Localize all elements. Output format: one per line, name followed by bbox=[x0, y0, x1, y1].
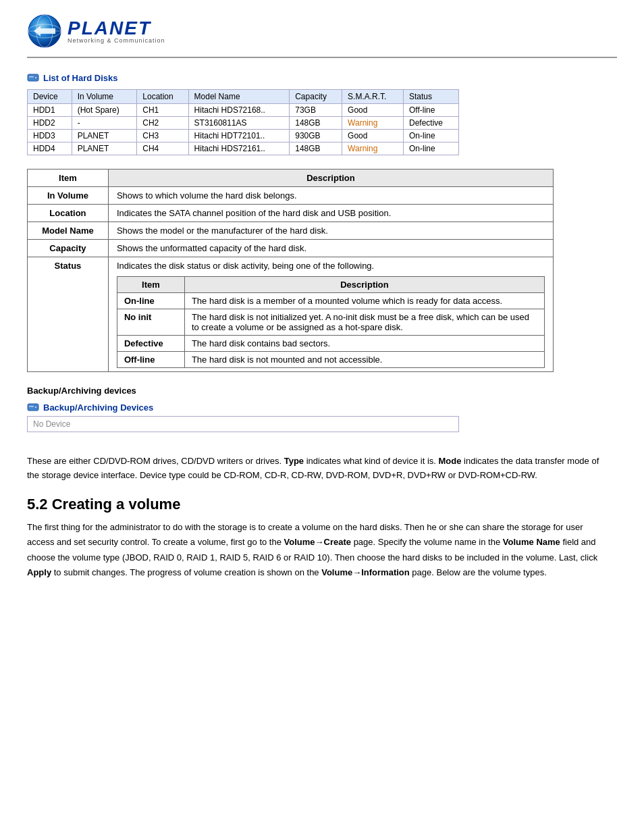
globe-icon bbox=[27, 14, 62, 49]
hdd-smart: Warning bbox=[342, 117, 404, 130]
hdd-status: On-line bbox=[403, 130, 458, 142]
section-52-body: The first thing for the administrator to… bbox=[27, 520, 608, 579]
hdd-device: HDD1 bbox=[28, 104, 72, 117]
hdd-status: Defective bbox=[403, 117, 458, 130]
hdd-device: HDD4 bbox=[28, 142, 72, 155]
backup-description: These are either CD/DVD-ROM drives, CD/D… bbox=[27, 440, 608, 482]
hdd-model: Hitachi HDT72101.. bbox=[188, 130, 290, 142]
logo-text: PLANET Networking & Communication bbox=[68, 19, 165, 44]
backup-title: Backup/Archiving Devices bbox=[43, 402, 153, 413]
section-52: 5.2 Creating a volume The first thing fo… bbox=[27, 496, 617, 579]
status-inner-item: No init bbox=[117, 309, 184, 336]
hdd-status: On-line bbox=[403, 142, 458, 155]
hdd-in-volume: (Hot Spare) bbox=[72, 104, 137, 117]
desc-col-item: Item bbox=[28, 170, 109, 187]
hdd-device: HDD3 bbox=[28, 130, 72, 142]
col-in-volume: In Volume bbox=[72, 90, 137, 104]
header-divider bbox=[27, 57, 617, 58]
col-location: Location bbox=[137, 90, 188, 104]
desc-item-label: Location bbox=[28, 205, 109, 222]
desc-item-label: Model Name bbox=[28, 222, 109, 240]
status-inner-item: Defective bbox=[117, 336, 184, 352]
hdd-model: Hitachi HDS72168.. bbox=[188, 104, 290, 117]
desc-table: Item Description In Volume Shows to whic… bbox=[27, 169, 554, 372]
hdd-row-3: HDD3 PLANET CH3 Hitachi HDT72101.. 930GB… bbox=[28, 130, 459, 142]
desc-desc: Shows the unformatted capacity of the ha… bbox=[108, 240, 553, 257]
col-capacity: Capacity bbox=[290, 90, 342, 104]
status-inner-row: Defective The hard disk contains bad sec… bbox=[117, 336, 544, 352]
status-inner-table: Item Description On-line The hard disk i… bbox=[117, 276, 545, 368]
svg-rect-7 bbox=[29, 76, 34, 78]
hdd-smart: Good bbox=[342, 130, 404, 142]
hdd-status: Off-line bbox=[403, 104, 458, 117]
desc-item-label: Status bbox=[28, 257, 109, 372]
backup-section: Backup/Archiving devices Backup/Archivin… bbox=[27, 386, 617, 482]
desc-col-desc: Description bbox=[108, 170, 553, 187]
hdd-in-volume: PLANET bbox=[72, 142, 137, 155]
hdd-row-2: HDD2 - CH2 ST3160811AS 148GB Warning Def… bbox=[28, 117, 459, 130]
status-inner-desc: The hard disk is a member of a mounted v… bbox=[184, 293, 544, 309]
desc-row-2: Location Indicates the SATA channel posi… bbox=[28, 205, 554, 222]
hdd-location: CH1 bbox=[137, 104, 188, 117]
desc-row-4: Capacity Shows the unformatted capacity … bbox=[28, 240, 554, 257]
hdd-section-title: List of Hard Disks bbox=[43, 73, 118, 83]
status-inner-row: No init The hard disk is not initialized… bbox=[117, 309, 544, 336]
desc-desc: Indicates the SATA channel position of t… bbox=[108, 205, 553, 222]
status-inner-row: On-line The hard disk is a member of a m… bbox=[117, 293, 544, 309]
backup-heading: Backup/Archiving devices bbox=[27, 386, 617, 396]
col-smart: S.M.A.R.T. bbox=[342, 90, 404, 104]
header: PLANET Networking & Communication bbox=[27, 14, 617, 49]
hdd-in-volume: PLANET bbox=[72, 130, 137, 142]
no-device-label: No Device bbox=[33, 419, 70, 429]
inner-col-desc: Description bbox=[184, 277, 544, 293]
desc-desc: Indicates the disk status or disk activi… bbox=[108, 257, 553, 372]
hdd-capacity: 930GB bbox=[290, 130, 342, 142]
backup-icon bbox=[27, 401, 39, 413]
status-inner-desc: The hard disk is not mounted and not acc… bbox=[184, 352, 544, 368]
hdd-icon bbox=[27, 72, 39, 84]
hdd-location: CH3 bbox=[137, 130, 188, 142]
hdd-model: Hitachi HDS72161.. bbox=[188, 142, 290, 155]
desc-row-3: Model Name Shows the model or the manufa… bbox=[28, 222, 554, 240]
desc-item-label: Capacity bbox=[28, 240, 109, 257]
svg-point-6 bbox=[34, 76, 37, 79]
hdd-section-header: List of Hard Disks bbox=[27, 72, 617, 84]
hdd-smart: Good bbox=[342, 104, 404, 117]
desc-row-1: In Volume Shows to which volume the hard… bbox=[28, 187, 554, 205]
svg-rect-10 bbox=[29, 406, 34, 407]
logo-planet-label: PLANET bbox=[68, 19, 165, 38]
hdd-capacity: 73GB bbox=[290, 104, 342, 117]
desc-row-5: Status Indicates the disk status or disk… bbox=[28, 257, 554, 372]
hdd-row-4: HDD4 PLANET CH4 Hitachi HDS72161.. 148GB… bbox=[28, 142, 459, 155]
hdd-capacity: 148GB bbox=[290, 117, 342, 130]
hdd-model: ST3160811AS bbox=[188, 117, 290, 130]
hdd-table: Device In Volume Location Model Name Cap… bbox=[27, 89, 459, 155]
hdd-row-1: HDD1 (Hot Spare) CH1 Hitachi HDS72168.. … bbox=[28, 104, 459, 117]
hdd-location: CH2 bbox=[137, 117, 188, 130]
status-inner-desc: The hard disk is not initialized yet. A … bbox=[184, 309, 544, 336]
hdd-capacity: 148GB bbox=[290, 142, 342, 155]
backup-label: Backup/Archiving Devices bbox=[27, 401, 617, 413]
desc-desc: Shows to which volume the hard disk belo… bbox=[108, 187, 553, 205]
hdd-device: HDD2 bbox=[28, 117, 72, 130]
logo: PLANET Networking & Communication bbox=[27, 14, 165, 49]
desc-desc: Shows the model or the manufacturer of t… bbox=[108, 222, 553, 240]
logo-subtitle-label: Networking & Communication bbox=[68, 38, 165, 44]
col-status: Status bbox=[403, 90, 458, 104]
status-inner-item: On-line bbox=[117, 293, 184, 309]
col-device: Device bbox=[28, 90, 72, 104]
status-inner-row: Off-line The hard disk is not mounted an… bbox=[117, 352, 544, 368]
desc-item-label: In Volume bbox=[28, 187, 109, 205]
hdd-smart: Warning bbox=[342, 142, 404, 155]
section-52-title: 5.2 Creating a volume bbox=[27, 496, 617, 513]
inner-col-item: Item bbox=[117, 277, 184, 293]
status-inner-item: Off-line bbox=[117, 352, 184, 368]
hdd-in-volume: - bbox=[72, 117, 137, 130]
svg-point-9 bbox=[34, 406, 37, 409]
col-model-name: Model Name bbox=[188, 90, 290, 104]
hdd-location: CH4 bbox=[137, 142, 188, 155]
status-inner-desc: The hard disk contains bad sectors. bbox=[184, 336, 544, 352]
no-device-box: No Device bbox=[27, 416, 459, 432]
